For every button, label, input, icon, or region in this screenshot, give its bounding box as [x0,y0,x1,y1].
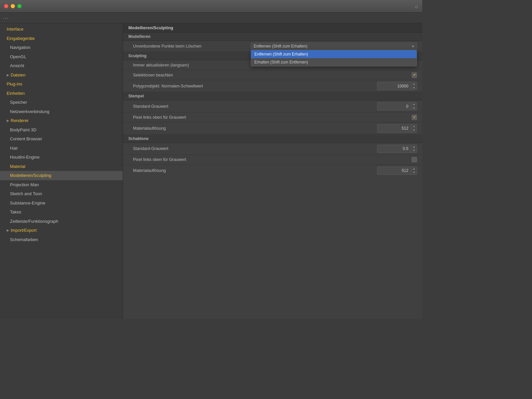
settings-row: Standard-Grauwert0▲▼ [123,100,422,112]
settings-row: Materialauflösung512▲▼ [123,122,422,134]
spinner-arrows: ▲▼ [411,145,417,153]
spinner-down-button[interactable]: ▼ [411,128,417,132]
spinner-input[interactable]: 0.5▲▼ [377,145,417,153]
sidebar-item-label: Netzwerkverbindung [10,108,50,115]
sidebar-item-label: Einheiten [7,90,25,97]
sidebar-item-speicher[interactable]: Speicher [0,98,123,107]
sidebar-item-sketch-and-toon[interactable]: Sketch and Toon [0,189,123,199]
dropdown-option[interactable]: Erhalten (Shift zum Entfernen) [251,58,417,66]
sidebar-item-einheiten[interactable]: Einheiten [0,89,123,98]
spinner-down-button[interactable]: ▼ [411,171,417,175]
settings-control: 512▲▼ [377,167,417,175]
sidebar-item-content-browser[interactable]: Content Browser [0,134,123,144]
dropdown-menu: Entfernen (Shift zum Erhalten)Erhalten (… [251,50,417,66]
main-layout: InterfaceEingabegeräteNavigationOpenGLAn… [0,23,422,319]
settings-row: Pixel links oben für Grauwert [123,155,422,165]
spinner-value: 512 [377,167,411,174]
settings-label: Materialauflösung [133,168,377,173]
spinner-input[interactable]: 512▲▼ [377,124,417,132]
spinner-value: 0.5 [377,145,411,152]
settings-control: 10000▲▼ [377,82,417,90]
sidebar-item-netzwerkverbindung[interactable]: Netzwerkverbindung [0,107,123,116]
dropdown-option[interactable]: Entfernen (Shift zum Erhalten) [251,50,417,58]
arrow-icon: ▶ [7,228,9,233]
maximize-button[interactable] [17,4,22,8]
checkbox[interactable] [412,157,417,162]
sidebar-item-zeitleiste[interactable]: Zeitleiste/Funktionsgraph [0,217,123,226]
sidebar-item-projection-man[interactable]: Projection Man [0,180,123,190]
sidebar-item-label: Houdini-Engine [10,154,40,161]
toolbar-handle: ⋯ [3,14,9,22]
content-area: Modellieren/SculptingModellierenUnverbun… [123,23,422,319]
sidebar-item-opengl[interactable]: OpenGL [0,52,123,62]
sidebar-item-ansicht[interactable]: Ansicht [0,61,123,70]
sidebar-item-interface[interactable]: Interface [0,25,123,34]
search-icon[interactable]: ⌕ [415,3,418,9]
sidebar-item-plugins[interactable]: Plug-ins [0,79,123,89]
sidebar-item-schemafarben[interactable]: Schemafarben [0,235,123,244]
checkbox[interactable] [412,72,417,78]
sidebar-item-label: Hair [10,145,18,152]
sidebar-item-label: Zeitleiste/Funktionsgraph [10,218,58,225]
settings-control: 0.5▲▼ [377,145,417,153]
sidebar-item-takes[interactable]: Takes [0,207,123,217]
traffic-lights [4,4,22,8]
spinner-down-button[interactable]: ▼ [411,86,417,90]
spinner-input[interactable]: 0▲▼ [377,102,417,110]
spinner-arrows: ▲▼ [411,167,417,175]
sidebar-item-label: Takes [10,209,21,215]
sidebar-item-label: Material [10,163,25,170]
close-button[interactable] [4,4,8,8]
settings-control [412,157,417,162]
sidebar-item-label: Dateien [11,72,26,78]
spinner-input[interactable]: 10000▲▼ [377,82,417,90]
spinner-down-button[interactable]: ▼ [411,149,417,153]
sidebar-item-label: Eingabegeräte [7,35,35,42]
spinner-value: 10000 [377,83,411,89]
sidebar-item-material[interactable]: Material [0,162,123,171]
checkbox[interactable] [412,115,417,120]
sidebar-item-import-export[interactable]: ▶Import/Export [0,226,123,235]
sidebar-item-dateien[interactable]: ▶Dateien [0,70,123,80]
sidebar-item-navigation[interactable]: Navigation [0,43,123,52]
settings-label: Unverbundene Punkte beim Löschen [133,44,251,49]
sidebar-item-houdini-engine[interactable]: Houdini-Engine [0,153,123,162]
section-header-stempel: Stempel [123,92,422,100]
settings-row: Standard-Grauwert0.5▲▼ [123,143,422,155]
spinner-up-button[interactable]: ▲ [411,124,417,128]
sidebar-item-renderer[interactable]: ▶Renderer [0,116,123,125]
arrow-icon: ▶ [7,72,9,77]
spinner-up-button[interactable]: ▲ [411,82,417,86]
spinner-down-button[interactable]: ▼ [411,106,417,110]
sidebar-item-bodypaint[interactable]: BodyPaint 3D [0,125,123,135]
page-title: Modellieren/Sculpting [123,23,422,33]
sidebar-item-label: Ansicht [10,63,24,69]
spinner-up-button[interactable]: ▲ [411,145,417,149]
sidebar-item-eingabegeraete[interactable]: Eingabegeräte [0,34,123,43]
dropdown-button[interactable]: Entfernen (Shift zum Erhalten)▼ [251,43,417,50]
toolbar: ⋯ [0,13,422,23]
settings-row: Pixel links oben für Grauwert [123,112,422,122]
settings-row: Polygonobjekt: Normalen-Schwellwert10000… [123,80,422,92]
settings-control: 0▲▼ [377,102,417,110]
minimize-button[interactable] [11,4,15,8]
settings-label: Standard-Grauwert [133,104,377,109]
sidebar-item-hair[interactable]: Hair [0,144,123,153]
sidebar-item-label: Schemafarben [10,236,38,243]
settings-label: Pixel links oben für Grauwert [133,157,412,162]
spinner-input[interactable]: 512▲▼ [377,167,417,175]
sidebar-item-modellieren-sculpting[interactable]: Modellieren/Sculpting [0,171,123,180]
sidebar-item-label: Modellieren/Sculpting [10,172,51,179]
sidebar-item-label: Speicher [10,99,27,106]
sidebar-item-label: Interface [7,26,24,33]
settings-label: Pixel links oben für Grauwert [133,115,412,120]
spinner-arrows: ▲▼ [411,124,417,132]
spinner-up-button[interactable]: ▲ [411,102,417,106]
settings-row: Unverbundene Punkte beim LöschenEntferne… [123,41,422,52]
spinner-up-button[interactable]: ▲ [411,167,417,171]
sidebar-item-label: Sketch and Toon [10,191,42,197]
spinner-value: 512 [377,125,411,132]
settings-control: 512▲▼ [377,124,417,132]
dropdown-container: Entfernen (Shift zum Erhalten)▼Entfernen… [251,43,417,50]
sidebar-item-substance-engine[interactable]: Substance-Engine [0,199,123,208]
